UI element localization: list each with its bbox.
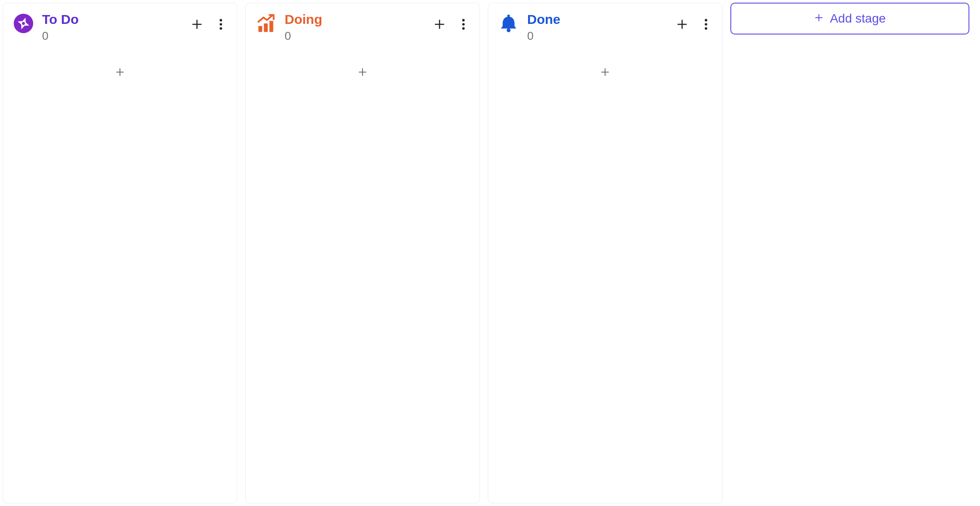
add-card-button[interactable] <box>250 61 475 83</box>
plus-icon <box>357 66 368 78</box>
svg-point-2 <box>22 22 25 25</box>
compass-icon <box>13 13 34 34</box>
column-to-do: To Do 0 <box>3 3 237 503</box>
chart-up-icon <box>255 13 277 34</box>
plus-icon <box>191 18 203 31</box>
column-title-block: Doing 0 <box>285 11 424 43</box>
column-title[interactable]: To Do <box>42 12 181 27</box>
plus-icon <box>114 66 126 78</box>
add-card-button[interactable] <box>493 61 718 83</box>
add-card-header-button[interactable] <box>674 16 690 32</box>
add-stage-label: Add stage <box>830 12 886 26</box>
column-actions <box>432 11 467 32</box>
column-actions <box>189 11 224 32</box>
column-header: To Do 0 <box>3 3 237 49</box>
svg-point-15 <box>705 23 707 26</box>
column-title-block: To Do 0 <box>42 11 181 43</box>
kanban-board: To Do 0 <box>3 3 977 503</box>
bell-icon <box>498 13 519 34</box>
more-vertical-icon <box>462 18 465 31</box>
plus-icon <box>433 18 446 31</box>
svg-point-5 <box>220 27 222 30</box>
add-stage-button[interactable]: Add stage <box>730 3 969 34</box>
column-actions <box>674 11 710 32</box>
column-title[interactable]: Doing <box>285 12 424 27</box>
column-menu-button[interactable] <box>702 16 710 32</box>
column-title-block: Done 0 <box>527 11 666 43</box>
svg-point-13 <box>507 28 511 32</box>
plus-icon <box>599 66 611 78</box>
svg-rect-7 <box>264 23 268 32</box>
add-card-button[interactable] <box>8 61 232 83</box>
column-title[interactable]: Done <box>527 12 666 27</box>
column-body <box>488 49 722 503</box>
plus-icon <box>676 18 688 31</box>
svg-rect-8 <box>270 21 274 32</box>
plus-icon <box>814 12 824 26</box>
svg-point-9 <box>462 19 465 22</box>
column-body <box>3 49 237 503</box>
add-stage-container: Add stage <box>730 3 969 34</box>
column-count: 0 <box>527 29 666 43</box>
svg-point-4 <box>220 23 222 26</box>
column-menu-button[interactable] <box>217 16 224 32</box>
column-count: 0 <box>42 29 181 43</box>
more-vertical-icon <box>219 18 223 31</box>
column-body <box>246 49 479 503</box>
svg-rect-6 <box>259 26 262 32</box>
column-count: 0 <box>285 29 424 43</box>
add-card-header-button[interactable] <box>189 16 205 32</box>
column-menu-button[interactable] <box>460 16 467 32</box>
svg-point-3 <box>220 19 222 22</box>
add-card-header-button[interactable] <box>432 16 448 32</box>
column-done: Done 0 <box>488 3 722 503</box>
svg-point-16 <box>705 27 707 30</box>
column-header: Done 0 <box>488 3 722 49</box>
column-header: Doing 0 <box>246 3 479 49</box>
column-doing: Doing 0 <box>245 3 480 503</box>
svg-point-14 <box>705 19 707 22</box>
svg-point-11 <box>462 27 465 30</box>
more-vertical-icon <box>704 18 708 31</box>
svg-point-10 <box>462 23 465 26</box>
